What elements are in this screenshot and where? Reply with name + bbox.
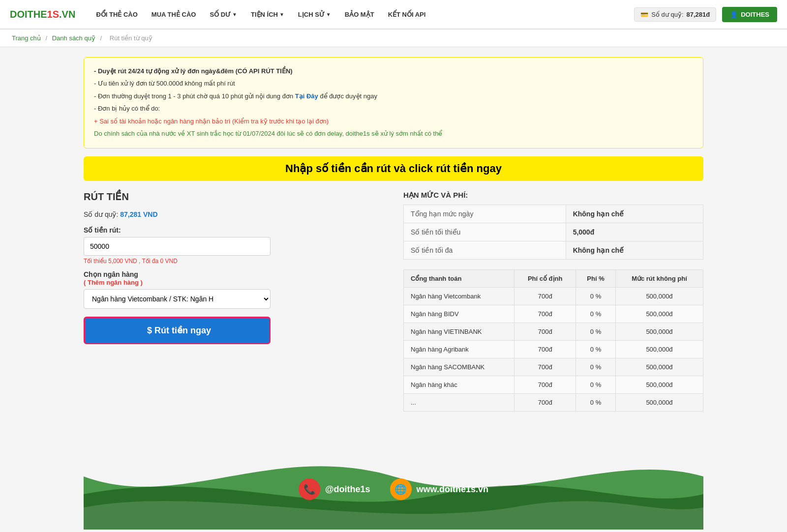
fee-free: 500,000đ — [616, 376, 703, 394]
main-nav: ĐỔI THẺ CÀO MUA THẺ CÀO SỐ DƯ ▼ TIỆN ÍCH… — [90, 7, 634, 22]
balance-label: Số dư quỹ: — [651, 11, 683, 18]
bank-select[interactable]: Ngân hàng Vietcombank / STK: Ngân H — [84, 289, 271, 309]
doithes-button[interactable]: 👤 DOITHES — [722, 7, 777, 22]
fee-bank: Ngân hàng Agribank — [404, 341, 515, 358]
fee-header-bank: Cổng thanh toán — [404, 270, 515, 288]
info-line-5: + Sai số tài khoản hoặc ngân hàng nhận b… — [94, 116, 693, 127]
balance-amount: 87,281đ — [687, 11, 710, 18]
telegram-handle: @doithe1s — [325, 484, 370, 495]
nav-tien-ich[interactable]: TIỆN ÍCH ▼ — [245, 7, 290, 22]
limit-row-value: Không hạn chế — [566, 241, 703, 260]
balance-display: Số dư quỹ: 87,281 VND — [84, 210, 384, 218]
info-line-3: - Đơn thường duyệt trong 1 - 3 phút chờ … — [94, 90, 693, 102]
two-col-layout: RÚT TIỀN Số dư quỹ: 87,281 VND Số tiền r… — [84, 191, 703, 412]
breadcrumb-sep1: / — [45, 34, 49, 42]
nav-so-du[interactable]: SỐ DƯ ▼ — [204, 7, 243, 22]
fee-row: Ngân hàng Agribank 700đ 0 % 500,000đ — [404, 341, 703, 358]
fee-row: Ngân hàng Vietcombank 700đ 0 % 500,000đ — [404, 288, 703, 305]
nav-mua-the-cao[interactable]: MUA THẺ CÀO — [146, 7, 202, 22]
limit-row-value: Không hạn chế — [566, 205, 703, 223]
fee-header-percent: Phí % — [576, 270, 616, 288]
section-title: RÚT TIỀN — [84, 191, 384, 203]
header: DOITHE1S.VN ĐỔI THẺ CÀO MUA THẺ CÀO SỐ D… — [0, 0, 787, 30]
fee-free: 500,000đ — [616, 394, 703, 412]
add-bank-link[interactable]: ( Thêm ngân hàng ) — [84, 279, 143, 286]
fee-row: ... 700đ 0 % 500,000đ — [404, 394, 703, 412]
fee-free: 500,000đ — [616, 305, 703, 323]
breadcrumb-sep2: / — [100, 34, 104, 42]
fee-table: Cổng thanh toán Phí cố định Phí % Mức rú… — [403, 269, 703, 412]
fee-fixed: 700đ — [515, 305, 576, 323]
limit-table: Tổng hạn mức ngàyKhông hạn chếSố tiền tố… — [403, 205, 703, 260]
bank-label: Chọn ngân hàng ( Thêm ngân hàng ) — [84, 270, 384, 286]
amount-input[interactable] — [84, 237, 271, 256]
fee-free: 500,000đ — [616, 288, 703, 305]
fee-row: Ngân hàng khác 700đ 0 % 500,000đ — [404, 376, 703, 394]
fee-bank: ... — [404, 394, 515, 412]
limit-row-label: Tổng hạn mức ngày — [404, 205, 566, 223]
limits-section: HẠN MỨC VÀ PHÍ: Tổng hạn mức ngàyKhông h… — [403, 191, 703, 412]
fee-fixed: 700đ — [515, 376, 576, 394]
fee-percent: 0 % — [576, 288, 616, 305]
fee-row: Ngân hàng VIETINBANK 700đ 0 % 500,000đ — [404, 323, 703, 341]
fee-percent: 0 % — [576, 394, 616, 412]
fee-header-fixed: Phí cố định — [515, 270, 576, 288]
breadcrumb-home[interactable]: Trang chủ — [12, 34, 41, 42]
info-line-2: - Ưu tiên xử lý đơn từ 500.000đ không mấ… — [94, 78, 693, 89]
info-line-1: - Duyệt rút 24/24 tự động xử lý đơn ngày… — [94, 65, 693, 77]
contact-bar: 📞 @doithe1s 🌐 www.doithe1s.vn — [299, 478, 488, 500]
website-url: www.doithe1s.vn — [417, 484, 488, 495]
limit-row: Số tiền tối thiểu5,000đ — [404, 223, 703, 241]
fee-bank: Ngân hàng SACOMBANK — [404, 358, 515, 376]
fee-percent: 0 % — [576, 305, 616, 323]
info-line-4: - Đơn bị hủy có thể do: — [94, 103, 693, 114]
fee-bank: Ngân hàng VIETINBANK — [404, 323, 515, 341]
balance-box: 💳 Số dư quỹ: 87,281đ — [634, 7, 716, 22]
fee-header-free: Mức rút không phí — [616, 270, 703, 288]
balance-label-form: Số dư quỹ: — [84, 210, 118, 218]
withdraw-button[interactable]: $ Rút tiền ngay — [84, 317, 271, 344]
web-icon: 🌐 — [390, 478, 412, 500]
bottom-section: 📞 @doithe1s 🌐 www.doithe1s.vn — [84, 431, 703, 530]
nav-lich-su[interactable]: LỊCH SỬ ▼ — [292, 7, 337, 22]
amount-form-group: Số tiền rút: Tối thiểu 5,000 VND , Tối đ… — [84, 226, 384, 265]
highlight-banner: Nhập số tiền cần rút và click rút tiền n… — [84, 156, 703, 181]
fee-percent: 0 % — [576, 358, 616, 376]
fee-row: Ngân hàng SACOMBANK 700đ 0 % 500,000đ — [404, 358, 703, 376]
bank-group: Chọn ngân hàng ( Thêm ngân hàng ) Ngân h… — [84, 270, 384, 309]
amount-hint: Tối thiểu 5,000 VND , Tối đa 0 VND — [84, 258, 384, 265]
fee-percent: 0 % — [576, 323, 616, 341]
amount-label: Số tiền rút: — [84, 226, 384, 234]
fee-free: 500,000đ — [616, 358, 703, 376]
wallet-icon: 💳 — [640, 11, 648, 18]
breadcrumb-current: Rút tiền từ quỹ — [110, 34, 152, 42]
fee-free: 500,000đ — [616, 323, 703, 341]
fee-percent: 0 % — [576, 341, 616, 358]
here-link[interactable]: Tại Đây — [295, 92, 318, 100]
fee-bank: Ngân hàng khác — [404, 376, 515, 394]
limit-title: HẠN MỨC VÀ PHÍ: — [403, 191, 703, 200]
contact-telegram: 📞 @doithe1s — [299, 478, 370, 500]
user-icon: 👤 — [730, 11, 738, 18]
limit-row: Số tiền tối đaKhông hạn chế — [404, 241, 703, 260]
info-line-6: Do chính sách của nhà nước về XT sinh tr… — [94, 128, 693, 139]
main-content: - Duyệt rút 24/24 tự động xử lý đơn ngày… — [74, 57, 713, 530]
fee-fixed: 700đ — [515, 323, 576, 341]
nav-bao-mat[interactable]: BẢO MẬT — [339, 7, 380, 22]
breadcrumb: Trang chủ / Danh sách quỹ / Rút tiền từ … — [0, 30, 787, 47]
fee-fixed: 700đ — [515, 394, 576, 412]
site-logo[interactable]: DOITHE1S.VN — [10, 9, 75, 20]
breadcrumb-list[interactable]: Danh sách quỹ — [52, 34, 95, 42]
info-box: - Duyệt rút 24/24 tự động xử lý đơn ngày… — [84, 57, 703, 148]
nav-ket-noi-api[interactable]: KẾT NỐI API — [382, 7, 432, 22]
fee-fixed: 700đ — [515, 341, 576, 358]
phone-icon: 📞 — [299, 478, 320, 500]
nav-doi-the-cao[interactable]: ĐỔI THẺ CÀO — [90, 7, 143, 22]
balance-value-form: 87,281 VND — [120, 210, 157, 218]
header-right: 💳 Số dư quỹ: 87,281đ 👤 DOITHES — [634, 7, 777, 22]
fee-free: 500,000đ — [616, 341, 703, 358]
fee-bank: Ngân hàng BIDV — [404, 305, 515, 323]
fee-fixed: 700đ — [515, 288, 576, 305]
limit-row-value: 5,000đ — [566, 223, 703, 241]
withdraw-section: RÚT TIỀN Số dư quỹ: 87,281 VND Số tiền r… — [84, 191, 384, 344]
